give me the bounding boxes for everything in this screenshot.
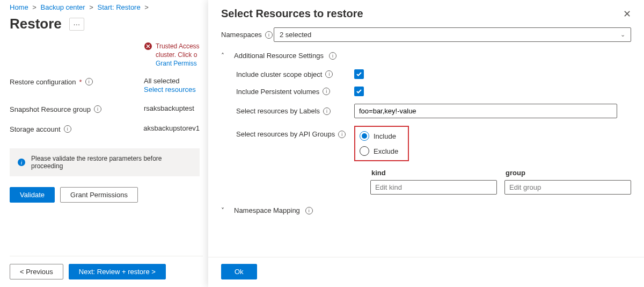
include-persistent-volumes-checkbox[interactable] bbox=[354, 87, 364, 96]
include-cluster-scope-checkbox[interactable] bbox=[354, 69, 364, 79]
namespaces-label: Namespaces bbox=[221, 31, 262, 39]
namespaces-select[interactable]: 2 selected ⌄ bbox=[274, 27, 631, 42]
validation-info-banner: i Please validate the restore parameters… bbox=[10, 148, 200, 176]
info-icon[interactable]: i bbox=[338, 131, 346, 138]
chevron-down-icon: ⌄ bbox=[620, 31, 625, 38]
namespace-mapping-label: Namespace Mapping bbox=[234, 206, 300, 214]
page-title: Restore bbox=[10, 16, 62, 32]
info-icon[interactable]: i bbox=[85, 78, 93, 85]
info-icon[interactable]: i bbox=[94, 105, 101, 113]
breadcrumb-start-restore[interactable]: Start: Restore bbox=[97, 3, 140, 11]
include-radio[interactable]: Include bbox=[360, 131, 398, 141]
storage-account-value: aksbackupstorev1 bbox=[143, 124, 200, 132]
info-icon[interactable]: i bbox=[323, 88, 330, 95]
restore-configuration-value: All selected bbox=[144, 77, 179, 85]
previous-button[interactable]: < Previous bbox=[10, 264, 63, 279]
namespace-mapping-toggle[interactable]: ˅ Namespace Mapping i bbox=[221, 206, 631, 214]
validate-button[interactable]: Validate bbox=[10, 187, 55, 203]
select-by-api-groups-label: Select resources by API Groups bbox=[236, 130, 335, 138]
kind-input[interactable] bbox=[370, 180, 497, 195]
next-review-restore-button[interactable]: Next: Review + restore > bbox=[69, 264, 166, 279]
chevron-right-icon: > bbox=[32, 3, 36, 11]
storage-account-label: Storage account bbox=[10, 125, 61, 133]
info-icon[interactable]: i bbox=[305, 207, 313, 214]
error-line-2: cluster. Click o bbox=[156, 51, 197, 59]
chevron-right-icon: > bbox=[89, 3, 93, 11]
grant-permission-link[interactable]: Grant Permiss bbox=[156, 59, 200, 68]
info-icon[interactable]: i bbox=[265, 31, 273, 39]
snapshot-resource-group-value: rsaksbackuptest bbox=[144, 104, 194, 112]
kind-column-header: kind bbox=[370, 169, 497, 177]
restore-configuration-label: Restore configuration bbox=[10, 78, 76, 86]
trusted-access-error: Trusted Access cluster. Click o Grant Pe… bbox=[144, 42, 200, 77]
breadcrumb-backup-center[interactable]: Backup center bbox=[41, 3, 85, 11]
select-resources-link[interactable]: Select resources bbox=[144, 85, 200, 94]
required-asterisk: * bbox=[79, 78, 82, 86]
error-icon bbox=[144, 42, 152, 51]
breadcrumb-home[interactable]: Home bbox=[10, 3, 28, 11]
api-groups-radio-group-highlight: Include Exclude bbox=[354, 126, 409, 161]
chevron-down-icon: ˅ bbox=[221, 207, 229, 214]
snapshot-resource-group-label: Snapshot Resource group bbox=[10, 105, 91, 113]
exclude-radio[interactable]: Exclude bbox=[360, 146, 398, 156]
include-cluster-scope-label: Include cluster scope object bbox=[236, 70, 322, 78]
chevron-up-icon: ˄ bbox=[221, 52, 229, 60]
close-icon[interactable]: ✕ bbox=[623, 8, 631, 20]
chevron-right-icon: > bbox=[144, 3, 149, 11]
ok-button[interactable]: Ok bbox=[221, 264, 257, 279]
info-icon[interactable]: i bbox=[323, 107, 331, 115]
additional-resource-settings-label: Additional Resource Settings bbox=[234, 52, 324, 60]
info-icon: i bbox=[17, 158, 26, 167]
info-icon[interactable]: i bbox=[325, 70, 333, 78]
more-button[interactable]: ··· bbox=[69, 18, 84, 31]
additional-resource-settings-toggle[interactable]: ˄ Additional Resource Settings i bbox=[221, 52, 631, 60]
grant-permissions-button[interactable]: Grant Permissions bbox=[60, 187, 138, 203]
info-icon[interactable]: i bbox=[329, 52, 336, 60]
group-input[interactable] bbox=[504, 180, 631, 195]
radio-icon bbox=[360, 131, 369, 141]
include-radio-label: Include bbox=[374, 132, 396, 140]
namespaces-value: 2 selected bbox=[280, 31, 311, 39]
select-by-labels-input[interactable] bbox=[354, 104, 617, 118]
panel-title: Select Resources to restore bbox=[221, 8, 363, 20]
info-icon[interactable]: i bbox=[64, 125, 71, 133]
error-line-1: Trusted Access bbox=[156, 42, 200, 50]
svg-text:i: i bbox=[20, 159, 22, 166]
select-by-labels-label: Select resources by Labels bbox=[236, 107, 320, 115]
validation-info-text: Please validate the restore parameters b… bbox=[31, 155, 192, 170]
include-persistent-volumes-label: Include Persistent volumes bbox=[236, 88, 319, 96]
radio-icon bbox=[360, 146, 369, 156]
select-resources-panel: Select Resources to restore ✕ Namespaces… bbox=[208, 0, 644, 287]
exclude-radio-label: Exclude bbox=[374, 147, 398, 155]
group-column-header: group bbox=[504, 169, 631, 177]
